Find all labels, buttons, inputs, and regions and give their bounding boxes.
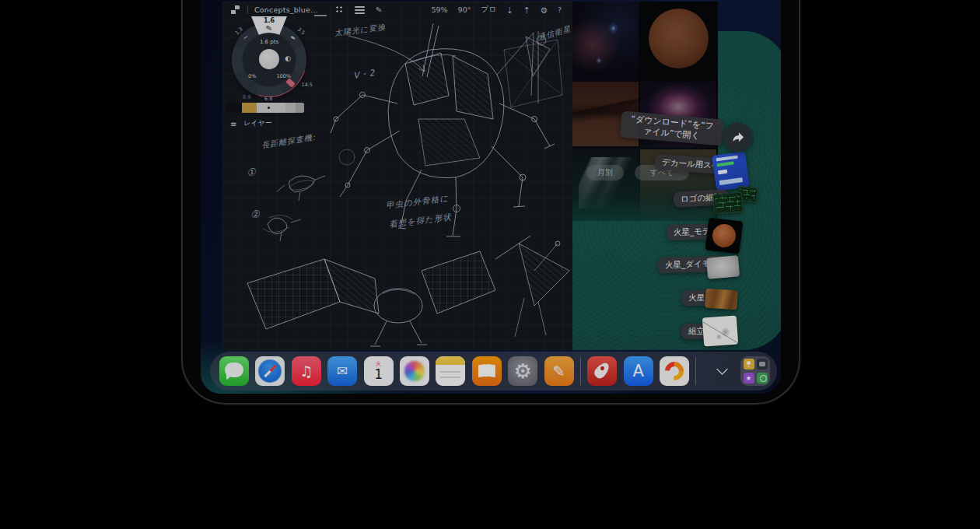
dock-app-settings[interactable]: ⚙ bbox=[508, 356, 537, 386]
swatch-gold[interactable] bbox=[242, 103, 257, 113]
books-open-book-icon bbox=[478, 364, 495, 377]
messages-bubble-icon bbox=[225, 363, 243, 377]
zoom-level[interactable]: 59% bbox=[431, 5, 447, 14]
file-thumb-decal[interactable] bbox=[712, 151, 750, 191]
pro-button[interactable]: プロ bbox=[481, 5, 495, 15]
dock-app-mail[interactable]: ✉ bbox=[327, 356, 357, 386]
settings-gear-glyph: ⚙ bbox=[513, 359, 531, 383]
dock-app-safari[interactable] bbox=[255, 356, 285, 386]
export-icon[interactable]: ⇡ bbox=[523, 5, 530, 15]
open-downloads-tooltip-text: “ダウンロード”を“ファイル”で開く bbox=[631, 114, 715, 140]
dock-app-library[interactable]: ★ bbox=[740, 356, 770, 386]
swatch-black[interactable] bbox=[226, 103, 242, 113]
download-icon[interactable]: ⇣ bbox=[506, 5, 513, 15]
music-note-icon: ♫ bbox=[299, 363, 313, 380]
tool-size-3: 6.8 bbox=[264, 96, 272, 102]
active-tool-underline bbox=[314, 15, 327, 16]
library-mini-clock-icon bbox=[757, 373, 768, 384]
mail-envelope-icon: ✉ bbox=[337, 363, 348, 379]
dock-app-notes[interactable] bbox=[436, 356, 465, 386]
layers-menu-icon[interactable]: ≡ bbox=[230, 120, 236, 128]
photos-app-window: 月別 すべて bbox=[572, 2, 718, 221]
active-tool-size: 1.6 bbox=[232, 17, 306, 24]
dock-divider-2 bbox=[695, 357, 696, 385]
annotation-mark2: ② bbox=[250, 208, 261, 221]
workspace-grid-icon[interactable] bbox=[231, 5, 240, 14]
tool-size-4: 8.9 bbox=[243, 94, 250, 100]
stage: Concepts_blue… ✎ 59% 90° プロ ⇣ ⇡ ⚙ ? bbox=[0, 0, 980, 529]
library-mini-camera-icon bbox=[757, 359, 768, 370]
file-thumb-logo-detail[interactable] bbox=[712, 191, 744, 214]
tool-wheel[interactable]: 1.6 ✎ 1.3 3.5 14.5 6.8 8.9 ~ ✒ 1.6 pts 0… bbox=[230, 18, 308, 99]
opacity-max-label: 100% bbox=[276, 73, 291, 79]
swatch-dark-gray[interactable] bbox=[296, 103, 304, 113]
settings-gear-icon[interactable]: ⚙ bbox=[541, 5, 548, 15]
tool-wheel-center[interactable]: 1.6 pts 0% 100% ◐ bbox=[242, 33, 296, 87]
help-button[interactable]: ? bbox=[558, 5, 562, 14]
toolbar-right-group: 59% 90° プロ ⇣ ⇡ ⚙ ? bbox=[431, 2, 572, 18]
tab-monthly-label: 月別 bbox=[597, 167, 613, 178]
dock-app-pages[interactable]: ✎ bbox=[544, 356, 574, 386]
app-store-a-icon: A bbox=[633, 362, 644, 380]
pen-nib-icon[interactable]: ✎ bbox=[375, 5, 383, 14]
notes-line-2 bbox=[440, 377, 460, 378]
color-knob[interactable] bbox=[259, 49, 279, 69]
concepts-app-window: Concepts_blue… ✎ 59% 90° プロ ⇣ ⇡ ⚙ ? bbox=[222, 2, 572, 350]
swatch-gray[interactable] bbox=[285, 103, 296, 113]
swatch-light-gray[interactable] bbox=[257, 103, 285, 113]
concepts-c-icon bbox=[661, 358, 688, 384]
ipad-device: Concepts_blue… ✎ 59% 90° プロ ⇣ ⇡ ⚙ ? bbox=[181, 0, 800, 405]
tab-monthly[interactable]: 月別 bbox=[586, 165, 624, 180]
opacity-min-label: 0% bbox=[248, 73, 256, 79]
ipad-screen: Concepts_blue… ✎ 59% 90° プロ ⇣ ⇡ ⚙ ? bbox=[201, 0, 781, 394]
notes-band-icon bbox=[436, 356, 465, 365]
tool-size-eraser: 14.5 bbox=[302, 82, 313, 88]
rotation-value[interactable]: 90° bbox=[458, 5, 471, 14]
layers-stack-icon[interactable] bbox=[355, 5, 365, 14]
file-thumb-assembly[interactable] bbox=[702, 316, 738, 347]
dock-app-calendar[interactable]: 火 1 bbox=[364, 356, 394, 386]
annotation-mark1: ① bbox=[246, 166, 257, 179]
file-thumb-mars[interactable] bbox=[705, 289, 738, 310]
document-title[interactable]: Concepts_blue… bbox=[254, 5, 318, 14]
dots-grid-icon[interactable] bbox=[335, 5, 344, 14]
dock-app-photos[interactable] bbox=[400, 356, 429, 386]
contrast-icon: ◐ bbox=[285, 54, 291, 62]
photos-flower-icon bbox=[404, 361, 425, 381]
layers-row[interactable]: ≡ レイヤー bbox=[230, 119, 272, 128]
library-mini-lightbulb-icon bbox=[744, 359, 754, 370]
file-thumb-mars-model[interactable] bbox=[705, 217, 744, 254]
dock: ♫ ✉ 火 1 ⚙ ✎ bbox=[210, 352, 777, 391]
library-mini-star-icon: ★ bbox=[744, 373, 754, 384]
chevron-down-icon bbox=[716, 363, 729, 375]
layers-label: レイヤー bbox=[243, 119, 272, 128]
color-swatch-bar[interactable] bbox=[226, 103, 304, 113]
notes-line-1 bbox=[440, 371, 460, 373]
dock-app-books[interactable] bbox=[472, 356, 502, 386]
concepts-toolbar: Concepts_blue… ✎ 59% 90° プロ ⇣ ⇡ ⚙ ? bbox=[222, 2, 572, 18]
share-forward-icon bbox=[730, 130, 745, 145]
dock-divider-1 bbox=[580, 357, 581, 385]
dock-app-app-store[interactable]: A bbox=[624, 356, 653, 386]
file-thumb-mars-deimos[interactable] bbox=[706, 255, 740, 279]
dock-app-music[interactable]: ♫ bbox=[292, 356, 321, 386]
dock-chevron-down-button[interactable] bbox=[711, 356, 734, 386]
stroke-size-label: 1.6 pts bbox=[242, 39, 296, 45]
dock-app-messages[interactable] bbox=[219, 356, 249, 386]
share-forward-button[interactable] bbox=[723, 123, 752, 152]
dock-app-rocket[interactable] bbox=[587, 356, 617, 386]
swatch-selected-dot bbox=[268, 107, 270, 109]
pages-pen-icon: ✎ bbox=[553, 363, 565, 380]
toolbar-separator bbox=[247, 5, 248, 14]
calendar-day: 1 bbox=[374, 367, 383, 381]
dock-app-concepts[interactable] bbox=[660, 356, 689, 386]
file-chip-mars-label: 火星 bbox=[688, 293, 705, 302]
